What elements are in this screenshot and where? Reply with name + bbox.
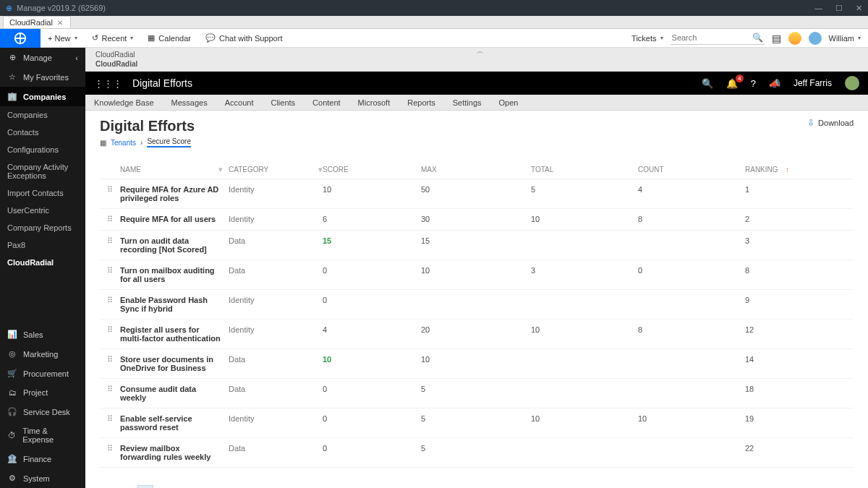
table-row[interactable]: ⠿Require MFA for all usersIdentity630108… — [100, 209, 854, 231]
cell-count: 8 — [638, 215, 745, 224]
calendar-button[interactable]: ▦ Calendar — [140, 33, 198, 43]
nav-label: Procurement — [23, 369, 69, 378]
table-row[interactable]: ⠿Enable self-service password resetIdent… — [100, 408, 854, 438]
table-row[interactable]: ⠿Register all users for multi-factor aut… — [100, 320, 854, 349]
chevron-up-icon[interactable]: ︿ — [477, 48, 484, 56]
header-avatar[interactable] — [845, 76, 859, 90]
maximize-button[interactable]: ☐ — [835, 4, 843, 13]
drag-handle-icon[interactable]: ⠿ — [100, 296, 120, 313]
filter-icon[interactable]: ▾ — [218, 165, 223, 174]
board-icon[interactable]: ▤ — [772, 33, 781, 44]
chat-button[interactable]: 💬 Chat with Support — [198, 33, 289, 43]
table-row[interactable]: ⠿Review mailbox forwarding rules weeklyD… — [100, 438, 854, 468]
apps-icon[interactable]: ⋮⋮⋮ — [94, 78, 122, 89]
table-row[interactable]: ⠿Require MFA for Azure AD privileged rol… — [100, 179, 854, 209]
th-name[interactable]: NAME — [120, 166, 141, 174]
drag-handle-icon[interactable]: ⠿ — [100, 236, 120, 254]
sidebar-item-companies[interactable]: Companies — [0, 106, 85, 124]
th-count[interactable]: COUNT — [638, 166, 664, 174]
sidebar-item-marketing[interactable]: ◎Marketing — [0, 344, 85, 364]
download-button[interactable]: ⇩ Download — [807, 118, 854, 128]
sidebar-item-pax8[interactable]: Pax8 — [0, 236, 85, 254]
sidebar-item-contacts[interactable]: Contacts — [0, 124, 85, 141]
cell-category: Data — [229, 444, 323, 461]
tab-messages[interactable]: Messages — [171, 98, 208, 107]
drag-handle-icon[interactable]: ⠿ — [100, 185, 120, 202]
cell-score: 0 — [323, 296, 421, 313]
drag-handle-icon[interactable]: ⠿ — [100, 385, 120, 402]
user-avatar[interactable] — [809, 32, 822, 45]
doc-tab-cloudradial[interactable]: CloudRadial ✕ — [3, 16, 71, 28]
sidebar-item-usercentric[interactable]: UserCentric — [0, 202, 85, 219]
cell-max — [421, 296, 531, 313]
table-row[interactable]: ⠿Consume audit data weeklyData0518 — [100, 379, 854, 408]
nav-favorites[interactable]: ☆My Favorites — [0, 67, 85, 87]
sidebar-item-sales[interactable]: 📊Sales — [0, 325, 85, 344]
sidebar-item-project[interactable]: 🗂Project — [0, 383, 85, 402]
sidebar-item-import-contacts[interactable]: Import Contacts — [0, 184, 85, 202]
search-icon[interactable]: 🔍 — [702, 78, 713, 89]
breadcrumb-top: ︿ CloudRadial CloudRadial — [85, 48, 868, 72]
sidebar-item-finance[interactable]: 🏦Finance — [0, 449, 85, 468]
app-logo[interactable] — [0, 29, 41, 48]
tab-microsoft[interactable]: Microsoft — [358, 98, 391, 107]
sidebar-item-cloudradial[interactable]: CloudRadial — [0, 254, 85, 271]
tab-open[interactable]: Open — [499, 98, 519, 107]
cell-name: Require MFA for all users — [120, 215, 229, 224]
user-menu[interactable]: William▾ — [829, 34, 861, 43]
tab-knowledge-base[interactable]: Knowledge Base — [94, 98, 154, 107]
assist-icon[interactable] — [788, 32, 801, 45]
sidebar-item-service-desk[interactable]: 🎧Service Desk — [0, 402, 85, 421]
cell-total: 10 — [531, 325, 638, 343]
tab-settings[interactable]: Settings — [453, 98, 482, 107]
recent-button[interactable]: ↺ Recent▾ — [85, 33, 141, 43]
cell-max: 5 — [421, 444, 531, 461]
th-ranking[interactable]: RANKING — [745, 166, 778, 174]
grid-icon[interactable]: ▦ — [100, 139, 106, 147]
pager-page-1[interactable]: 1 — [137, 485, 153, 488]
th-total[interactable]: TOTAL — [531, 166, 553, 174]
drag-handle-icon[interactable]: ⠿ — [100, 215, 120, 224]
chevron-down-icon: ▾ — [75, 35, 77, 41]
sidebar-item-time-expense[interactable]: ⏱Time & Expense — [0, 421, 85, 449]
table-row[interactable]: ⠿Turn on mailbox auditing for all usersD… — [100, 260, 854, 290]
titlebar: ⊕ Manage v2019.2 (62569) — ☐ ✕ — [0, 0, 868, 16]
th-category[interactable]: CATEGORY — [229, 166, 268, 174]
table-row[interactable]: ⠿Enable Password Hash Sync if hybridIden… — [100, 290, 854, 320]
chevron-left-icon[interactable]: ‹ — [75, 53, 78, 62]
sort-asc-icon[interactable]: ↑ — [786, 166, 789, 174]
new-button[interactable]: + New▾ — [41, 34, 85, 43]
notifications-button[interactable]: 🔔4 — [726, 78, 738, 89]
sidebar-item-procurement[interactable]: 🛒Procurement — [0, 364, 85, 383]
drag-handle-icon[interactable]: ⠿ — [100, 414, 120, 432]
nav-companies[interactable]: 🏢Companies — [0, 87, 85, 106]
tab-clients[interactable]: Clients — [271, 98, 295, 107]
th-score[interactable]: SCORE — [323, 166, 349, 174]
help-icon[interactable]: ? — [751, 78, 756, 89]
announce-icon[interactable]: 📣 — [769, 78, 780, 89]
drag-handle-icon[interactable]: ⠿ — [100, 266, 120, 283]
drag-handle-icon[interactable]: ⠿ — [100, 325, 120, 343]
drag-handle-icon[interactable]: ⠿ — [100, 355, 120, 372]
nav-icon: ⏱ — [7, 431, 17, 440]
tab-account[interactable]: Account — [225, 98, 254, 107]
nav-manage[interactable]: ⊕Manage ‹ — [0, 48, 85, 67]
sidebar-item-company-reports[interactable]: Company Reports — [0, 219, 85, 236]
table-row[interactable]: ⠿Turn on audit data recording [Not Score… — [100, 231, 854, 260]
drag-handle-icon[interactable]: ⠿ — [100, 444, 120, 461]
tickets-button[interactable]: Tickets▾ — [631, 34, 663, 43]
search-input[interactable] — [671, 31, 765, 45]
close-icon[interactable]: ✕ — [57, 19, 63, 27]
sidebar-item-configurations[interactable]: Configurations — [0, 141, 85, 158]
tab-reports[interactable]: Reports — [407, 98, 435, 107]
table-row[interactable]: ⠿Store user documents in OneDrive for Bu… — [100, 349, 854, 379]
nav-label: Finance — [23, 455, 51, 463]
minimize-button[interactable]: — — [814, 4, 822, 13]
tab-content[interactable]: Content — [312, 98, 341, 107]
close-button[interactable]: ✕ — [856, 4, 862, 13]
breadcrumb-tenants[interactable]: Tenants — [111, 139, 136, 147]
sidebar-item-system[interactable]: ⚙System — [0, 468, 85, 488]
sidebar-item-company-activity-exceptions[interactable]: Company Activity Exceptions — [0, 158, 85, 184]
th-max[interactable]: MAX — [421, 166, 437, 174]
search-icon[interactable]: 🔍 — [752, 33, 763, 43]
